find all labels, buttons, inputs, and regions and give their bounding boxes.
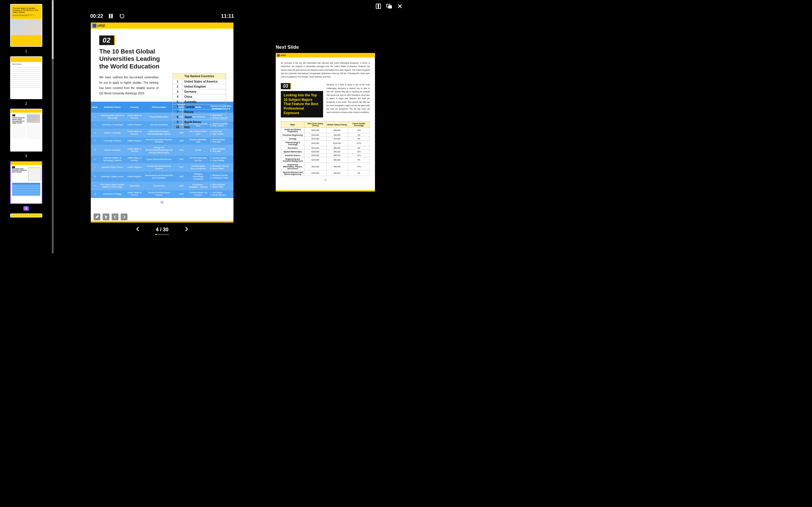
uni-cell: United States of America bbox=[126, 113, 143, 121]
next-right-text: Deciding on a field of study is one of t… bbox=[326, 83, 370, 114]
major-cell: Zoology bbox=[281, 137, 305, 140]
layout-icon[interactable] bbox=[375, 3, 381, 9]
country-row: 1United States of America bbox=[173, 79, 226, 84]
slide-controls bbox=[94, 214, 128, 220]
uni-col-header: Famous Major bbox=[143, 102, 175, 113]
thumbnail-3-frame[interactable]: 01 Understanding the Need to Apply Inter… bbox=[10, 109, 42, 152]
major-cell: 8% bbox=[348, 146, 370, 150]
uni-cell: 1826 bbox=[175, 172, 188, 182]
uni-col-header: Country bbox=[126, 102, 143, 113]
thumbnail-5-frame[interactable] bbox=[10, 214, 42, 217]
pause-button[interactable] bbox=[107, 12, 114, 20]
section-title: The 10 Best Global Universities Leading … bbox=[99, 48, 164, 70]
uni-cell: 1907 bbox=[175, 163, 188, 172]
major-cell: Health and Medical Preparatory bbox=[281, 128, 305, 133]
country-row: 10Italy bbox=[173, 125, 226, 130]
pager-next-icon[interactable] bbox=[185, 226, 188, 233]
major-row: Health and Medical Preparatory$165,000$6… bbox=[281, 128, 370, 133]
major-cell: 8% bbox=[348, 157, 370, 163]
next-slide-button[interactable] bbox=[121, 214, 128, 220]
major-cell: $88,255 bbox=[326, 154, 348, 157]
uni-cell: 1855 bbox=[175, 182, 188, 190]
uni-row: 4University of OxfordUnited KingdomArts … bbox=[91, 137, 234, 145]
thumb1-num: 1 bbox=[25, 49, 27, 53]
major-col-header: Mid-Career Salary (Yearly) bbox=[305, 122, 326, 128]
major-row: Engineering and Industrial Management$12… bbox=[281, 157, 370, 163]
uni-cell: 4 bbox=[91, 137, 99, 145]
country-row: 3Germany bbox=[173, 89, 226, 94]
thumb4-num: 4 bbox=[23, 206, 29, 211]
major-cell: $133,000 bbox=[305, 146, 326, 150]
slide-page-number: 02 bbox=[99, 198, 225, 205]
uni-cell: 2 bbox=[91, 121, 99, 129]
uni-row: 3Stanford UniversityUnited States of Ame… bbox=[91, 129, 234, 137]
major-cell: $60,000 bbox=[326, 128, 348, 133]
uni-cell: Physics/Chemistry/Space Science bbox=[143, 190, 175, 198]
close-icon[interactable] bbox=[397, 3, 403, 9]
thumbnail-2-frame[interactable]: Table of Contents bbox=[10, 56, 42, 99]
picture-in-picture-icon[interactable] bbox=[386, 3, 392, 9]
next-slide-preview: UPDF An overview of the top 100 universi… bbox=[276, 53, 375, 191]
thumbnail-2[interactable]: Table of Contents 2 bbox=[0, 56, 52, 106]
major-cell: $129,500 bbox=[305, 154, 326, 157]
uni-row: 9ETH Zurich (Swiss Federal Institute of … bbox=[91, 182, 234, 190]
thumbnail-4-frame[interactable]: 02 The 10 Best Global Universities Leadi… bbox=[10, 161, 42, 204]
uni-cell: Veritas bbox=[188, 145, 208, 156]
major-col-header: Major bbox=[281, 122, 305, 128]
country-name: Japan bbox=[183, 115, 226, 120]
major-cell: Applied Mathematics bbox=[281, 150, 305, 154]
major-cell: Engineering and Industrial Management bbox=[281, 157, 305, 163]
uni-cell: United Kingdom bbox=[126, 163, 143, 172]
restart-button[interactable] bbox=[118, 12, 126, 20]
uni-cell: United States of America bbox=[126, 190, 143, 198]
major-cell: Economics bbox=[281, 146, 305, 150]
country-row: 9South Korea bbox=[173, 120, 226, 125]
pen-tool-button[interactable] bbox=[94, 214, 100, 220]
uni-col-header: Rank bbox=[91, 102, 99, 113]
uni-cell: 5 bbox=[91, 145, 99, 156]
major-cell: 3% bbox=[348, 133, 370, 137]
uni-cell: Dominus illuminatio mea bbox=[188, 137, 208, 145]
thumbnail-1[interactable]: Find and Apply For the Best Institutes I… bbox=[0, 4, 52, 54]
thumbnail-1-frame[interactable]: Find and Apply For the Best Institutes I… bbox=[10, 4, 42, 47]
uni-cell: The truth shall make you free bbox=[188, 156, 208, 164]
next-callout: Looking Into the Top 10 Subject Majors T… bbox=[281, 91, 323, 117]
pager-prev-icon[interactable] bbox=[136, 226, 140, 233]
uni-cell: United States of America bbox=[126, 129, 143, 137]
country-rank: 8 bbox=[173, 115, 183, 120]
major-cell: Petroleum Engineering bbox=[281, 133, 305, 137]
country-row: 2United Kingdom bbox=[173, 84, 226, 89]
page-progress-bar[interactable] bbox=[155, 234, 169, 235]
country-name: China bbox=[183, 94, 226, 100]
prev-slide-button[interactable] bbox=[112, 214, 118, 220]
major-cell: $128,000 bbox=[305, 170, 326, 176]
uni-cell: 1. Albert Einstein2. Mileva Maric bbox=[208, 182, 234, 190]
uni-cell: Cardiac and Cardiovascular Systems bbox=[143, 163, 175, 172]
uni-cell: California Institute of Technology (Calt… bbox=[99, 156, 126, 164]
window-controls bbox=[375, 3, 403, 9]
total-time: 11:11 bbox=[221, 13, 234, 19]
country-name: United Kingdom bbox=[183, 84, 226, 89]
thumbnail-5[interactable] bbox=[0, 214, 52, 217]
uni-cell: University of Chicago bbox=[99, 190, 126, 198]
uni-cell: United States of America bbox=[126, 145, 143, 156]
country-name: Italy bbox=[183, 125, 226, 130]
uni-cell: 1. Carl Sagan2. Bernie Sanders bbox=[208, 190, 234, 198]
next-brand-label: UPDF bbox=[281, 54, 286, 56]
major-cell: $129,000 bbox=[305, 157, 326, 163]
thumbnail-scrollbar[interactable] bbox=[52, 0, 54, 253]
pointer-tool-button[interactable] bbox=[103, 214, 109, 220]
thumbnail-3[interactable]: 01 Understanding the Need to Apply Inter… bbox=[0, 109, 52, 158]
uni-cell: Imperial College London bbox=[99, 163, 126, 172]
uni-cell: Space Science/Geosciences bbox=[143, 156, 175, 164]
next-section-number: 03 bbox=[281, 83, 291, 89]
uni-cell: University College London bbox=[99, 172, 126, 182]
countries-table: Top Ranked Countries 1United States of A… bbox=[172, 73, 226, 130]
page-indicator: 4 / 30 bbox=[91, 226, 234, 235]
major-col-header: Median Salary (Yearly) bbox=[326, 122, 348, 128]
section-desc: We have outlined the top-ranked universi… bbox=[99, 75, 158, 96]
uni-cell: Mathematics/Computer Science/Materials S… bbox=[143, 129, 175, 137]
major-cell: $60,000 bbox=[326, 157, 348, 163]
thumbnail-rail[interactable]: Find and Apply For the Best Institutes I… bbox=[0, 0, 52, 253]
thumbnail-4[interactable]: 02 The 10 Best Global Universities Leadi… bbox=[0, 161, 52, 211]
